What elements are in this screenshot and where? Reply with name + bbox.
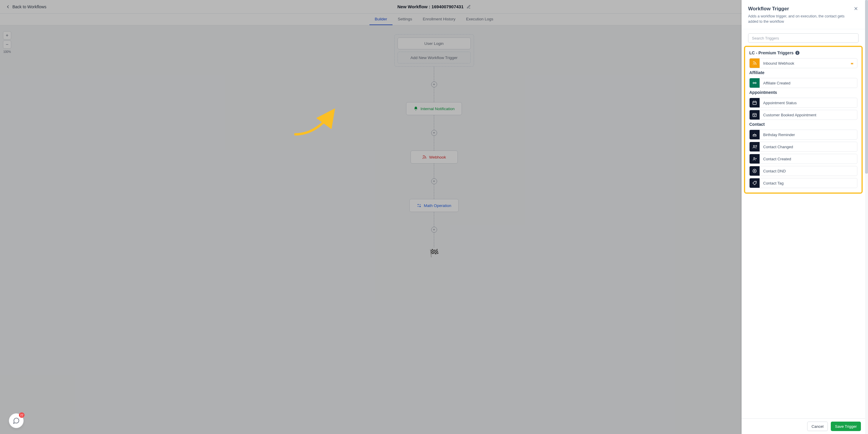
- trigger-item[interactable]: Birthday Reminder: [749, 130, 857, 140]
- bell-icon: [413, 106, 418, 111]
- trigger-item[interactable]: Contact DND: [749, 166, 857, 176]
- dnd-icon: [750, 166, 760, 176]
- trigger-item-label: Inbound Webhook: [760, 61, 850, 66]
- pencil-icon[interactable]: [467, 5, 471, 9]
- trigger-item[interactable]: Contact Created: [749, 154, 857, 164]
- math-icon: [417, 203, 422, 208]
- info-icon[interactable]: i: [795, 51, 800, 55]
- trigger-item-label: Appointment Status: [760, 101, 857, 105]
- zoom-in-button[interactable]: +: [3, 31, 11, 39]
- node-math-operation[interactable]: Math Operation: [409, 199, 459, 212]
- add-step-button[interactable]: +: [431, 178, 437, 184]
- add-step-button[interactable]: +: [431, 82, 437, 87]
- tab-enrollment-history[interactable]: Enrollment History: [417, 13, 461, 25]
- trigger-list[interactable]: LC - Premium TriggersiInbound WebhookAff…: [742, 46, 865, 418]
- node-webhook[interactable]: Webhook: [410, 151, 458, 163]
- node-label: Internal Notification: [421, 106, 455, 111]
- tab-execution-logs[interactable]: Execution Logs: [461, 13, 499, 25]
- add-step-button[interactable]: +: [431, 227, 437, 232]
- rss-icon: [422, 155, 427, 159]
- workflow-title: New Workflow : 1694007907431: [397, 4, 463, 9]
- trigger-group-title: Affiliate: [749, 70, 857, 75]
- add-step-button[interactable]: +: [431, 130, 437, 136]
- trigger-item[interactable]: Affiliate Created: [749, 78, 857, 88]
- panel-description: Adds a workflow trigger, and on executio…: [748, 13, 850, 24]
- trigger-group-title: Appointments: [749, 90, 857, 95]
- search-triggers-input[interactable]: [748, 33, 859, 43]
- chat-badge: 22: [19, 412, 25, 418]
- zoom-controls: + − 100%: [3, 31, 11, 54]
- users-icon: [750, 142, 760, 151]
- tag-icon: [750, 178, 760, 188]
- trigger-item[interactable]: Contact Tag: [749, 178, 857, 188]
- scrollbar-thumb[interactable]: [865, 0, 868, 174]
- handshake-icon: [750, 78, 760, 88]
- trigger-item-label: Customer Booked Appointment: [760, 113, 857, 117]
- zoom-level: 100%: [3, 50, 11, 54]
- scrollbar[interactable]: [865, 0, 868, 434]
- chevron-left-icon: [5, 4, 11, 9]
- tab-builder[interactable]: Builder: [369, 13, 393, 25]
- highlighted-trigger-groups: LC - Premium TriggersiInbound WebhookAff…: [744, 46, 863, 194]
- calendar-check-icon: [750, 110, 760, 120]
- panel-title: Workflow Trigger: [748, 6, 850, 12]
- tabs: Builder Settings Enrollment History Exec…: [0, 13, 868, 25]
- trigger-item[interactable]: Customer Booked Appointment: [749, 110, 857, 120]
- crown-icon: [850, 61, 854, 65]
- zoom-out-button[interactable]: −: [3, 40, 11, 49]
- finish-icon: 🏁: [429, 249, 439, 258]
- canvas[interactable]: + − 100% User Login Add New Workflow Tri…: [0, 25, 868, 434]
- trigger-item[interactable]: Inbound Webhook: [749, 58, 857, 68]
- trigger-group-title: LC - Premium Triggersi: [749, 51, 857, 55]
- node-label: Webhook: [429, 155, 446, 159]
- close-icon[interactable]: [853, 6, 859, 11]
- rss-icon: [750, 58, 760, 68]
- trigger-item-label: Contact Changed: [760, 145, 857, 149]
- trigger-item-label: Contact Tag: [760, 181, 857, 185]
- trigger-item-label: Birthday Reminder: [760, 132, 857, 137]
- trigger-group-title: Contact: [749, 122, 857, 127]
- calendar-icon: [750, 98, 760, 107]
- back-label: Back to Workflows: [12, 4, 46, 9]
- svg-point-0: [423, 158, 423, 159]
- user-plus-icon: [750, 154, 760, 163]
- cancel-button[interactable]: Cancel: [807, 422, 828, 431]
- trigger-item-label: Affiliate Created: [760, 81, 857, 85]
- chat-widget-button[interactable]: 22: [9, 413, 24, 428]
- trigger-item[interactable]: Contact Changed: [749, 142, 857, 152]
- trigger-item-label: Contact DND: [760, 169, 857, 173]
- trigger-slot-user-login[interactable]: User Login: [398, 37, 471, 49]
- trigger-box: User Login Add New Workflow Trigger: [394, 34, 474, 67]
- trigger-item[interactable]: Appointment Status: [749, 98, 857, 108]
- node-internal-notification[interactable]: Internal Notification: [406, 102, 462, 115]
- back-to-workflows-button[interactable]: Back to Workflows: [5, 4, 46, 9]
- topbar: Back to Workflows New Workflow : 1694007…: [0, 0, 868, 13]
- add-new-trigger-button[interactable]: Add New Workflow Trigger: [398, 52, 471, 63]
- trigger-item-label: Contact Created: [760, 157, 857, 161]
- workflow-trigger-panel: Workflow Trigger Adds a workflow trigger…: [742, 0, 865, 434]
- chat-icon: [13, 417, 20, 424]
- tab-settings[interactable]: Settings: [393, 13, 417, 25]
- node-label: Math Operation: [424, 204, 451, 208]
- save-trigger-button[interactable]: Save Trigger: [831, 422, 861, 431]
- cake-icon: [750, 130, 760, 140]
